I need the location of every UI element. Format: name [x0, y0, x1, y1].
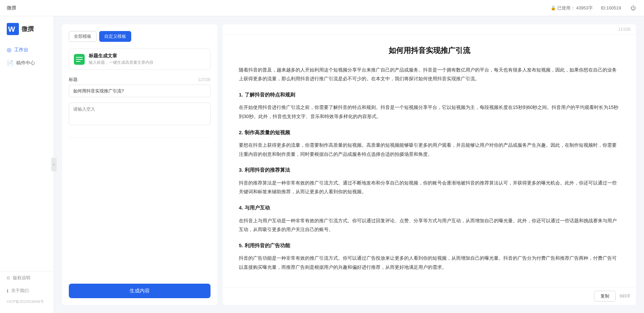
sidebar-nav: ◎ 工作台 📄 稿件中心 [0, 43, 54, 271]
title-input[interactable] [69, 85, 211, 97]
title-label: 标题 [69, 77, 78, 83]
svg-rect-3 [76, 59, 83, 60]
article-para-4: 在抖音上与用户互动是一种非常有效的推广引流方式。你可以通过回复评论、点赞、分享等… [239, 216, 620, 234]
about-label: 关于我们 [11, 288, 29, 294]
topbar-title: 微撰 [7, 5, 16, 11]
content-area: 全部模板 自定义模板 标题生成文章 输入标题，一键生成高质量文章内容 [54, 16, 644, 313]
template-card[interactable]: 标题生成文章 输入标题，一键生成高质量文章内容 [69, 49, 211, 70]
logo-icon: W [7, 23, 19, 35]
sidebar-item-copyright[interactable]: © 版权说明 [0, 272, 54, 284]
template-card-title: 标题生成文章 [89, 53, 205, 59]
template-tabs: 全部模板 自定义模板 [69, 31, 211, 42]
article-heading-4: 4. 与用户互动 [239, 203, 620, 213]
template-card-desc: 输入标题，一键生成高质量文章内容 [89, 60, 205, 65]
title-count: 12/100 [198, 77, 211, 82]
copyright-icon: © [7, 276, 10, 281]
content-textarea[interactable] [69, 103, 211, 125]
usage-stat: 🔒 已使用： 43953字 [551, 5, 593, 11]
topbar: 微撰 🔒 已使用： 43953字 ID:100519 ⏻ [0, 0, 644, 16]
id-stat: ID:100519 [601, 5, 621, 10]
article-para-0: 随着抖音的普及，越来越多的人开始利用这个短视频分享平台来推广自己的产品或服务。抖… [239, 65, 620, 83]
article-heading-5: 5. 利用抖音的广告功能 [239, 241, 620, 251]
tab-custom-templates[interactable]: 自定义模板 [99, 31, 131, 42]
sidebar-item-label-drafts: 稿件中心 [16, 60, 35, 66]
form-divider [69, 137, 211, 138]
article-content: 如何用抖音实现推广引流 随着抖音的普及，越来越多的人开始利用这个短视频分享平台来… [223, 35, 636, 287]
article-para-1: 在开始使用抖音进行推广引流之前，你需要了解抖音的特点和规则。抖音是一个短视频分享… [239, 103, 620, 121]
sidebar-item-about[interactable]: ℹ 关于我们 [0, 284, 54, 297]
word-count: 693字 [620, 293, 631, 299]
right-panel-header: 11/100 [223, 24, 636, 35]
svg-rect-2 [76, 57, 83, 58]
collapse-handle[interactable]: ‹ [51, 158, 57, 171]
article-body: 随着抖音的普及，越来越多的人开始利用这个短视频分享平台来推广自己的产品或服务。抖… [239, 65, 620, 272]
drafts-icon: 📄 [7, 60, 13, 66]
logo-text: 微撰 [22, 25, 34, 33]
sidebar: W 微撰 ◎ 工作台 📄 稿件中心 © 版权说明 ℹ 关于我们 ©ICP备2 [0, 16, 54, 313]
right-panel-footer: 复制 693字 [223, 287, 636, 305]
title-label-row: 标题 12/100 [69, 77, 211, 83]
copy-button[interactable]: 复制 [594, 291, 616, 302]
usage-icon: 🔒 [551, 5, 556, 10]
main-layout: W 微撰 ◎ 工作台 📄 稿件中心 © 版权说明 ℹ 关于我们 ©ICP备2 [0, 16, 644, 313]
article-para-2: 要想在抖音上获得更多的流量，你需要制作高质量的短视频。高质量的短视频能够吸引更多… [239, 141, 620, 159]
sidebar-bottom: © 版权说明 ℹ 关于我们 ©ICP备2022016846号 [0, 271, 54, 306]
sidebar-item-workspace[interactable]: ◎ 工作台 [0, 43, 54, 56]
template-card-icon [74, 54, 85, 65]
usage-label: 已使用： [557, 5, 575, 11]
article-para-3: 抖音的推荐算法是一种非常有效的推广引流方式。通过不断地发布和分享自己的短视频，你… [239, 178, 620, 196]
svg-text:W: W [8, 25, 15, 33]
page-indicator: 11/100 [618, 27, 631, 32]
generate-button[interactable]: 生成内容 [69, 284, 211, 298]
article-title: 如何用抖音实现推广引流 [239, 46, 620, 56]
logo-area: W 微撰 [0, 23, 54, 43]
copyright-label: 版权说明 [13, 275, 30, 281]
icp-text: ©ICP备2022016846号 [0, 297, 54, 306]
sidebar-item-label-workspace: 工作台 [14, 47, 28, 53]
workspace-icon: ◎ [7, 47, 11, 53]
about-icon: ℹ [7, 288, 8, 293]
right-panel: 11/100 如何用抖音实现推广引流 随着抖音的普及，越来越多的人开始利用这个短… [223, 24, 636, 305]
placeholder-form-section [69, 103, 211, 126]
article-heading-1: 1. 了解抖音的特点和规则 [239, 90, 620, 100]
sidebar-item-drafts[interactable]: 📄 稿件中心 [0, 56, 54, 69]
template-card-info: 标题生成文章 输入标题，一键生成高质量文章内容 [89, 53, 205, 65]
tab-all-templates[interactable]: 全部模板 [69, 31, 96, 42]
usage-count: 43953字 [576, 5, 593, 11]
power-button[interactable]: ⏻ [629, 4, 637, 12]
article-heading-3: 3. 利用抖音的推荐算法 [239, 165, 620, 175]
topbar-right: 🔒 已使用： 43953字 ID:100519 ⏻ [551, 4, 637, 12]
article-para-5: 抖音的广告功能是一种非常有效的推广引流方式。你可以通过广告投放来让更多的人看到你… [239, 254, 620, 272]
article-heading-2: 2. 制作高质量的短视频 [239, 128, 620, 138]
template-icon-svg [76, 56, 83, 63]
left-panel: 全部模板 自定义模板 标题生成文章 输入标题，一键生成高质量文章内容 [62, 24, 217, 305]
svg-rect-4 [76, 61, 81, 62]
title-form-section: 标题 12/100 [69, 77, 211, 97]
